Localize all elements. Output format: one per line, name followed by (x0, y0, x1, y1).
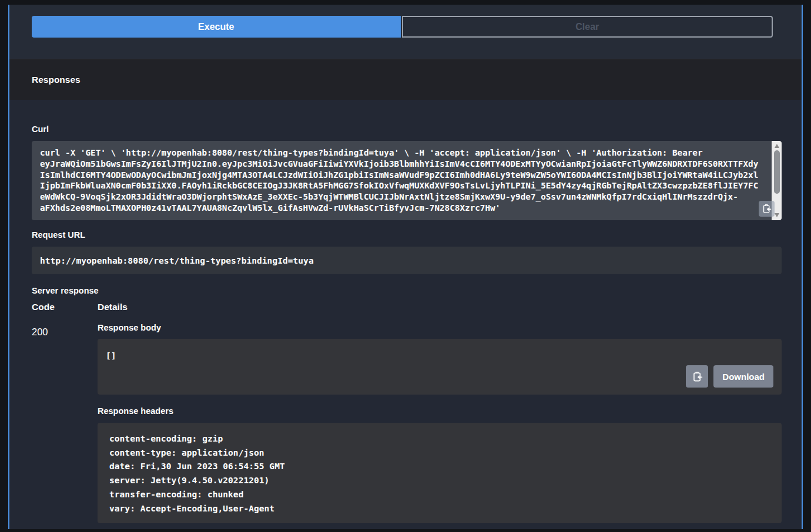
copy-response-button[interactable] (686, 365, 708, 388)
response-header-line: server: Jetty(9.4.50.v20221201) (109, 473, 770, 487)
scroll-down-arrow-icon[interactable] (775, 213, 779, 217)
scrollbar-thumb[interactable] (774, 150, 780, 194)
code-column-header: Code (32, 302, 98, 312)
clear-button[interactable]: Clear (402, 16, 773, 38)
curl-command-line: aFXhds2e08MmoLTMAXOPH0z41vTAAL7YAUA8NcZq… (40, 203, 762, 214)
curl-command-line: eWdWkCQ-9VoqSjk2xOR3JdidtWraO3DWjorphtSW… (40, 191, 762, 203)
clipboard-copy-icon (692, 371, 703, 382)
server-response-row: 200 Response body [] (32, 323, 782, 523)
responses-title: Responses (32, 75, 81, 85)
server-response-table-header: Code Details (32, 302, 782, 312)
responses-section-header: Responses (9, 59, 802, 100)
request-url-value: http://myopenhab:8080/rest/thing-types?b… (40, 255, 314, 265)
response-header-line: date: Fri,30 Jun 2023 06:54:55 GMT (109, 459, 770, 473)
curl-command-line: IsImlhdCI6MTY4ODEwODAyOCwibmJmIjoxNjg4MT… (40, 170, 762, 181)
clipboard-copy-icon (762, 204, 772, 214)
download-button[interactable]: Download (713, 365, 773, 388)
curl-command-textarea[interactable]: curl -X 'GET' \ 'http://myopenhab:8080/r… (32, 141, 782, 220)
response-body-block: [] Download (98, 339, 782, 395)
execute-section: Execute Clear (9, 5, 802, 59)
curl-command-line: curl -X 'GET' \ 'http://myopenhab:8080/r… (40, 147, 762, 159)
curl-command-lines: curl -X 'GET' \ 'http://myopenhab:8080/r… (40, 147, 762, 214)
response-headers-block: content-encoding: gzipcontent-type: appl… (98, 423, 782, 523)
response-details-cell: Response body [] (98, 323, 782, 523)
copy-curl-button[interactable] (759, 201, 775, 217)
scroll-up-arrow-icon[interactable] (775, 144, 779, 148)
response-body-value: [] (106, 351, 116, 361)
server-response-label: Server response (32, 286, 782, 296)
curl-command-line: eyJraWQiOm51bGwsImFsZyI6IlJTMjU2In0.eyJp… (40, 159, 762, 170)
curl-command-line: IjpbImFkbWluaXN0cmF0b3IiXX0.FAOyh1iRckbG… (40, 180, 762, 191)
request-url-block: http://myopenhab:8080/rest/thing-types?b… (32, 247, 782, 274)
curl-label: Curl (32, 124, 782, 134)
response-header-line: vary: Accept-Encoding,User-Agent (109, 501, 770, 516)
response-body-label: Response body (98, 323, 782, 333)
execute-button-row: Execute Clear (32, 16, 773, 38)
response-header-line: content-type: application/json (109, 446, 770, 460)
response-headers-label: Response headers (98, 406, 782, 416)
response-header-line: transfer-encoding: chunked (109, 487, 770, 501)
response-header-line: content-encoding: gzip (109, 432, 770, 446)
response-body-actions: Download (686, 365, 773, 388)
response-headers-lines: content-encoding: gzipcontent-type: appl… (109, 432, 770, 515)
status-code: 200 (32, 323, 98, 523)
api-operation-block: Execute Clear Responses Curl curl -X 'GE… (8, 5, 803, 529)
execute-button[interactable]: Execute (32, 16, 401, 38)
details-column-header: Details (98, 302, 782, 312)
responses-wrapper: Curl curl -X 'GET' \ 'http://myopenhab:8… (9, 100, 802, 529)
request-url-label: Request URL (32, 230, 782, 240)
